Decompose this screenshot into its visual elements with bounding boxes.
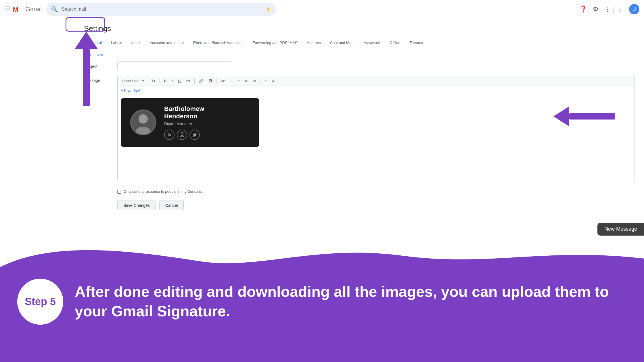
- toolbar-separator-2: [160, 78, 160, 84]
- cancel-button[interactable]: Cancel: [159, 201, 184, 210]
- tab-accounts-import[interactable]: Accounts and Import: [145, 38, 188, 48]
- tab-advanced[interactable]: Advanced: [359, 38, 385, 48]
- font-select[interactable]: Sans Serif: [120, 77, 145, 84]
- subject-row: Subject:: [75, 60, 644, 72]
- search-filter-icon[interactable]: ⚡: [265, 6, 272, 12]
- tab-inbox[interactable]: Inbox: [127, 38, 145, 48]
- tab-forwarding[interactable]: Forwarding and POP/IMAP: [248, 38, 302, 48]
- tab-labels[interactable]: Labels: [106, 38, 126, 48]
- settings-panel: Settings General Labels Inbox Accounts a…: [0, 18, 644, 362]
- bullet-list-button[interactable]: •: [236, 78, 242, 84]
- message-label: Message:: [84, 78, 113, 181]
- link-button[interactable]: 🔗: [196, 78, 206, 84]
- learn-more-link[interactable]: Learn more: [84, 52, 103, 57]
- instagram-svg: [179, 132, 185, 137]
- bold-button[interactable]: B: [162, 78, 169, 84]
- remove-format-button[interactable]: ✗: [269, 78, 277, 84]
- plain-text-link[interactable]: « Plain Text: [118, 86, 635, 95]
- svg-point-5: [181, 134, 183, 136]
- sig-title: Digital Marketer: [164, 122, 250, 126]
- contacts-label: Only send a response to people in my Con…: [124, 189, 202, 194]
- gmail-logo: ☰ M Gmail: [5, 5, 42, 13]
- subject-label: Subject:: [84, 64, 113, 69]
- save-changes-button[interactable]: Save Changes: [117, 201, 156, 210]
- signature-card: BartholomewHenderson Digital Marketer in: [121, 98, 259, 147]
- settings-title: Settings: [84, 24, 111, 33]
- signature-avatar-wrap: [130, 109, 156, 135]
- settings-header: Settings: [0, 18, 644, 33]
- toolbar-separator-5: [260, 78, 260, 84]
- svg-point-6: [183, 133, 183, 134]
- toolbar-separator-4: [216, 78, 216, 84]
- sig-name: BartholomewHenderson: [164, 105, 250, 120]
- tab-filters[interactable]: Filters and Blocked Addresses: [189, 38, 248, 48]
- indent-more-button[interactable]: ⇒: [251, 78, 258, 84]
- avatar-svg: [131, 110, 155, 134]
- learn-more-wrapper: Learn more: [75, 48, 644, 60]
- editor-body[interactable]: BartholomewHenderson Digital Marketer in: [118, 95, 635, 181]
- editor-toolbar: Sans Serif T▾ B I U A▾ 🔗 🖼 ≡▾ 1. •: [118, 76, 635, 86]
- tab-themes[interactable]: Themes: [405, 38, 428, 48]
- twitter-icon[interactable]: [189, 130, 200, 140]
- indent-less-button[interactable]: ⇐: [242, 78, 250, 84]
- action-buttons: Save Changes Cancel: [75, 201, 644, 216]
- hamburger-icon[interactable]: ☰: [5, 5, 10, 13]
- tab-general[interactable]: General: [84, 38, 106, 48]
- svg-rect-4: [180, 133, 184, 137]
- tab-chat-meet[interactable]: Chat and Meet: [325, 38, 359, 48]
- image-button[interactable]: 🖼: [206, 78, 214, 84]
- sig-social: in: [164, 130, 250, 140]
- help-icon[interactable]: ❓: [579, 5, 587, 13]
- contacts-row: Only send a response to people in my Con…: [75, 189, 644, 194]
- instagram-icon[interactable]: [177, 130, 187, 140]
- subject-input[interactable]: [117, 61, 232, 71]
- toolbar-separator-3: [194, 78, 195, 84]
- gmail-logo-svg: M: [13, 6, 23, 13]
- svg-text:M: M: [13, 6, 18, 13]
- signature-info: BartholomewHenderson Digital Marketer in: [164, 105, 250, 140]
- gmail-wordmark: Gmail: [25, 5, 42, 13]
- topbar: ☰ M Gmail 🔍 ⚡ ❓ ⚙ ⋮⋮⋮ U: [0, 0, 644, 18]
- apps-icon[interactable]: ⋮⋮⋮: [604, 5, 623, 13]
- contacts-checkbox[interactable]: [117, 190, 121, 194]
- search-icon: 🔍: [51, 6, 58, 13]
- quote-button[interactable]: ❝: [262, 78, 269, 84]
- numbered-list-button[interactable]: 1.: [228, 78, 235, 84]
- avatar[interactable]: U: [629, 4, 639, 14]
- toolbar-separator-1: [147, 78, 147, 84]
- align-button[interactable]: ≡▾: [218, 78, 227, 84]
- topbar-right: ❓ ⚙ ⋮⋮⋮ U: [579, 4, 639, 14]
- settings-tabs-wrapper: General Labels Inbox Accounts and Import…: [75, 38, 644, 216]
- italic-button[interactable]: I: [169, 78, 175, 84]
- twitter-svg: [192, 132, 197, 137]
- new-message-button[interactable]: New Message: [597, 223, 644, 236]
- color-button[interactable]: A▾: [183, 78, 193, 84]
- svg-point-2: [139, 114, 148, 124]
- settings-icon[interactable]: ⚙: [593, 5, 599, 13]
- linkedin-icon[interactable]: in: [164, 130, 175, 140]
- message-row: Message: Sans Serif T▾ B I U A▾ 🔗 🖼: [75, 72, 644, 185]
- font-size-button[interactable]: T▾: [149, 78, 158, 84]
- tab-addons[interactable]: Add-ons: [302, 38, 325, 48]
- search-bar: 🔍 ⚡: [46, 3, 276, 16]
- settings-tabs: General Labels Inbox Accounts and Import…: [75, 38, 644, 48]
- search-input[interactable]: [62, 7, 262, 12]
- tab-offline[interactable]: Offline: [385, 38, 405, 48]
- underline-button[interactable]: U: [176, 78, 183, 84]
- message-editor: Sans Serif T▾ B I U A▾ 🔗 🖼 ≡▾ 1. •: [117, 76, 635, 181]
